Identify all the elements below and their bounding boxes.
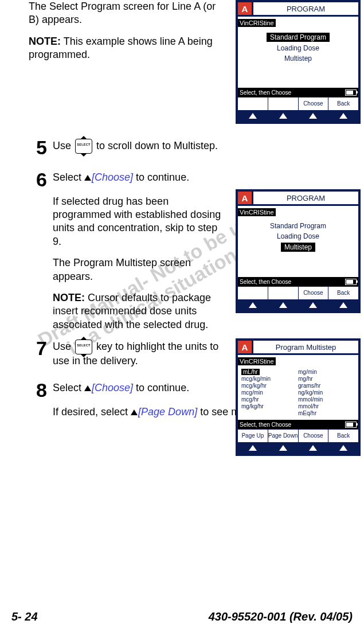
unit-option[interactable]: mmol/hr bbox=[298, 403, 355, 409]
unit-option[interactable]: mcg/hr bbox=[241, 396, 298, 403]
line-badge: A bbox=[238, 192, 253, 204]
unit-option[interactable]: grams/hr bbox=[298, 383, 355, 389]
unit-option[interactable]: mcg/min bbox=[241, 389, 298, 396]
unit-option[interactable]: mL/hr bbox=[241, 369, 260, 375]
screen-title: PROGRAM bbox=[253, 192, 358, 204]
line-badge: A bbox=[238, 341, 253, 353]
device-screen-3: A Program Multistep VinCRIStine mL/hr mc… bbox=[236, 338, 361, 456]
doc-id: 430-95520-001 (Rev. 04/05) bbox=[209, 610, 353, 623]
unit-option[interactable]: mg/kg/hr bbox=[241, 403, 298, 409]
step-6-para2: The Program Multistep screen appears. bbox=[53, 256, 226, 283]
option-multistep[interactable]: Multistep bbox=[239, 54, 357, 63]
select-key-icon bbox=[75, 340, 92, 354]
softkey-arrows bbox=[238, 442, 358, 454]
step-number: 6 bbox=[29, 170, 47, 189]
status-bar: Select, then Choose bbox=[238, 277, 358, 286]
softkey-triangle-icon bbox=[84, 175, 91, 181]
unit-option[interactable]: mcg/kg/hr bbox=[241, 383, 298, 389]
pagedown-softkey-ref: [Page Down] bbox=[138, 406, 197, 418]
choose-softkey-ref: [Choose] bbox=[92, 171, 133, 183]
step-7: 7 Use key to highlight the units to use … bbox=[29, 340, 226, 368]
softkey-back[interactable]: Back bbox=[328, 430, 358, 442]
softkey-arrows bbox=[238, 299, 358, 311]
softkey-1[interactable] bbox=[238, 97, 268, 110]
screen-title: PROGRAM bbox=[253, 2, 358, 15]
softkey-row: Choose Back bbox=[238, 286, 358, 299]
drug-label: VinCRIStine bbox=[238, 357, 276, 365]
unit-option[interactable]: mg/hr bbox=[298, 376, 355, 382]
battery-icon bbox=[345, 279, 357, 285]
option-standard-program[interactable]: Standard Program bbox=[239, 222, 357, 230]
step-number: 8 bbox=[29, 380, 47, 400]
softkey-choose[interactable]: Choose bbox=[298, 430, 328, 442]
step-8: 8 Select [Choose] to continue. bbox=[29, 381, 226, 400]
status-bar: Select, then Choose bbox=[238, 88, 358, 97]
drug-label: VinCRIStine bbox=[238, 208, 276, 216]
softkey-pagedown[interactable]: Page Down bbox=[268, 430, 298, 442]
page-number: 5- 24 bbox=[11, 610, 38, 623]
unit-option[interactable]: mcg/kg/min bbox=[241, 376, 298, 382]
softkey-row: Choose Back bbox=[238, 97, 358, 110]
select-key-icon bbox=[75, 139, 92, 154]
line-badge: A bbox=[238, 2, 253, 15]
intro-text: The Select Program screen for Line A (or… bbox=[29, 0, 226, 27]
softkey-back[interactable]: Back bbox=[328, 97, 358, 110]
note-2: NOTE: Cursor defaults to package insert … bbox=[53, 291, 226, 331]
softkey-row: Page Up Page Down Choose Back bbox=[238, 429, 358, 442]
step-number: 5 bbox=[29, 138, 47, 157]
option-loading-dose[interactable]: Loading Dose bbox=[239, 232, 357, 240]
battery-icon bbox=[345, 422, 357, 428]
battery-icon bbox=[345, 89, 357, 96]
softkey-2[interactable] bbox=[268, 287, 298, 299]
note-1: NOTE: This example shows line A being pr… bbox=[29, 35, 226, 62]
status-bar: Select, then Choose bbox=[238, 420, 358, 429]
drug-label: VinCRIStine bbox=[238, 19, 276, 27]
device-screen-1: A PROGRAM VinCRIStine Standard Program L… bbox=[236, 0, 361, 124]
softkey-triangle-icon bbox=[131, 409, 138, 415]
softkey-choose[interactable]: Choose bbox=[298, 97, 328, 110]
step-number: 7 bbox=[29, 338, 47, 358]
option-multistep[interactable]: Multistep bbox=[281, 243, 315, 252]
unit-option[interactable]: ng/kg/min bbox=[298, 389, 355, 396]
step-6: 6 Select [Choose] to continue. bbox=[29, 171, 226, 189]
softkey-pageup[interactable]: Page Up bbox=[238, 430, 268, 442]
choose-softkey-ref: [Choose] bbox=[92, 382, 133, 393]
step-6-para1: If selected drug has been programmed wit… bbox=[53, 195, 226, 249]
option-loading-dose[interactable]: Loading Dose bbox=[239, 44, 357, 52]
page-footer: 5- 24 430-95520-001 (Rev. 04/05) bbox=[11, 610, 353, 623]
option-standard-program[interactable]: Standard Program bbox=[267, 33, 330, 42]
softkey-1[interactable] bbox=[238, 287, 268, 299]
softkey-back[interactable]: Back bbox=[328, 287, 358, 299]
softkey-2[interactable] bbox=[268, 97, 298, 110]
softkey-choose[interactable]: Choose bbox=[298, 287, 328, 299]
softkey-arrows bbox=[238, 110, 358, 122]
softkey-triangle-icon bbox=[84, 385, 91, 391]
unit-option[interactable]: mmol/min bbox=[298, 396, 355, 403]
unit-option[interactable]: mg/min bbox=[298, 369, 355, 375]
units-list: mL/hr mcg/kg/min mcg/kg/hr mcg/min mcg/h… bbox=[238, 366, 358, 420]
screen-title: Program Multistep bbox=[253, 341, 358, 353]
step-5: 5 Use to scroll down to Multistep. bbox=[29, 139, 226, 157]
device-screen-2: A PROGRAM VinCRIStine Standard Program L… bbox=[236, 189, 361, 313]
unit-option[interactable]: mEq/hr bbox=[298, 410, 355, 416]
